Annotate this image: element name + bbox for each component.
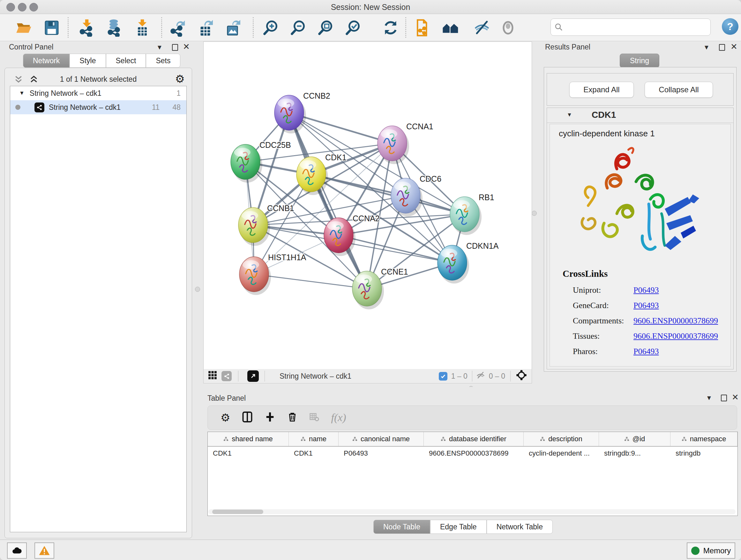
import-network-database-icon[interactable] <box>105 19 123 37</box>
zoom-out-icon[interactable] <box>289 19 307 37</box>
control-panel-float-icon[interactable]: ▼ <box>155 43 164 52</box>
crosslink-value-link[interactable]: 9606.ENSP00000378699 <box>633 331 718 341</box>
protein-structure-image <box>569 140 703 268</box>
control-panel-maximize-icon[interactable] <box>171 43 179 52</box>
search-input[interactable] <box>567 23 711 32</box>
network-node-CDK1[interactable]: CDK1 <box>296 153 347 192</box>
network-edge[interactable] <box>339 235 452 263</box>
tab-sets[interactable]: Sets <box>146 54 180 68</box>
statusbar-separator <box>472 371 472 381</box>
network-node-HIST1H1A[interactable]: HIST1H1A <box>239 253 307 292</box>
tab-network-table[interactable]: Network Table <box>487 520 553 534</box>
node-label: CCNA1 <box>406 122 433 131</box>
delete-column-trash-icon[interactable] <box>287 412 298 424</box>
column-header-database-identifier[interactable]: database identifier <box>424 432 524 446</box>
table-options-gear-icon[interactable]: ⚙ <box>220 411 230 424</box>
tab-edge-table[interactable]: Edge Table <box>430 520 487 534</box>
zoom-fit-icon[interactable] <box>317 19 334 37</box>
network-options-gear-icon[interactable]: ⚙ <box>175 72 185 85</box>
save-session-icon[interactable] <box>43 19 61 37</box>
selected-node-edge-counts: 1 – 0 <box>451 372 468 381</box>
grid-view-icon[interactable] <box>208 371 217 381</box>
crosslink-row: Compartments:9606.ENSP00000378699 <box>573 313 726 328</box>
function-builder-icon[interactable]: f(x) <box>331 412 346 424</box>
show-columns-icon[interactable] <box>242 411 253 424</box>
protein-description: cyclin-dependent kinase 1 <box>559 129 655 138</box>
tab-style[interactable]: Style <box>70 54 106 68</box>
table-panel-close-icon[interactable]: ✕ <box>731 393 740 401</box>
table-body: CDK1CDK1P064939606.ENSP00000378699cyclin… <box>208 447 738 460</box>
navigator-crosshair-icon[interactable] <box>516 369 527 383</box>
export-table-icon[interactable] <box>197 19 215 37</box>
column-header-canonical-name[interactable]: canonical name <box>339 432 424 446</box>
zoom-in-icon[interactable] <box>262 19 280 37</box>
node-label: CCNB2 <box>303 91 330 100</box>
open-session-icon[interactable] <box>15 19 32 37</box>
table-panel-float-icon[interactable]: ▼ <box>704 393 714 402</box>
column-header-shared-name[interactable]: shared name <box>208 432 289 446</box>
network-node-RB1[interactable]: RB1 <box>450 193 494 232</box>
help-icon[interactable]: ? <box>722 18 738 35</box>
network-share-view-icon[interactable] <box>221 371 232 381</box>
table-row[interactable]: CDK1CDK1P064939606.ENSP00000378699cyclin… <box>208 447 738 460</box>
control-panel-tabs: NetworkStyleSelectSets <box>23 54 180 68</box>
collection-expand-icon[interactable]: ▼ <box>19 90 24 97</box>
tab-node-table[interactable]: Node Table <box>374 520 430 534</box>
zoom-selected-icon[interactable] <box>344 19 362 37</box>
crosslink-value-link[interactable]: P06493 <box>633 347 659 356</box>
export-network-icon[interactable] <box>170 19 188 37</box>
column-header-namespace[interactable]: namespace <box>670 432 738 446</box>
hidden-eye-slash-icon[interactable] <box>475 370 486 382</box>
crosslink-value-link[interactable]: 9606.ENSP00000378699 <box>633 316 718 326</box>
network-node-CDC6[interactable]: CDC6 <box>391 174 441 213</box>
node-label: CDC25B <box>259 140 291 149</box>
add-column-icon[interactable] <box>265 412 275 424</box>
memory-button[interactable]: Memory <box>687 543 735 559</box>
results-panel-close-icon[interactable]: ✕ <box>730 42 738 51</box>
cloud-status-button[interactable] <box>7 543 27 559</box>
results-panel-maximize-icon[interactable] <box>718 43 726 52</box>
node-table: shared namenamecanonical namedatabase id… <box>207 432 738 516</box>
delete-table-icon[interactable] <box>309 412 320 423</box>
network-edge[interactable] <box>254 274 367 289</box>
tab-network[interactable]: Network <box>23 54 70 68</box>
network-edge[interactable] <box>311 174 465 214</box>
node-label: CDC6 <box>420 174 441 183</box>
import-table-file-icon[interactable] <box>133 19 151 37</box>
crosslink-value-link[interactable]: P06493 <box>633 286 659 295</box>
tab-string[interactable]: String <box>620 54 659 68</box>
table-cell: P06493 <box>339 447 424 460</box>
scrollbar-thumb[interactable] <box>212 509 263 514</box>
selected-checkbox-icon[interactable] <box>439 372 448 381</box>
home-networks-icon[interactable] <box>442 19 460 37</box>
detach-view-icon[interactable] <box>247 370 259 382</box>
apply-layout-icon[interactable] <box>382 19 400 37</box>
protein-section-header[interactable]: ▼ CDK1 <box>547 108 733 123</box>
column-header-@id[interactable]: @id <box>599 432 670 446</box>
crosslink-value-link[interactable]: P06493 <box>633 301 659 310</box>
hide-panel-eye-slash-icon[interactable] <box>473 19 491 37</box>
window-titlebar: Session: New Session <box>0 0 741 14</box>
table-horizontal-scrollbar[interactable] <box>208 509 736 514</box>
network-edge[interactable] <box>289 113 367 289</box>
results-panel-float-icon[interactable]: ▼ <box>702 43 711 52</box>
column-header-name[interactable]: name <box>289 432 339 446</box>
table-panel-maximize-icon[interactable] <box>719 393 728 402</box>
show-panel-eye-icon[interactable] <box>499 19 517 37</box>
collapse-all-button[interactable]: Collapse All <box>645 82 713 98</box>
tab-select[interactable]: Select <box>106 54 146 68</box>
expand-all-button[interactable]: Expand All <box>569 82 634 98</box>
network-collection-row[interactable]: ▼ String Network – cdk1 1 <box>10 86 186 100</box>
warnings-button[interactable] <box>35 543 54 559</box>
section-collapse-icon[interactable]: ▼ <box>567 112 572 118</box>
clone-network-icon[interactable] <box>414 19 431 37</box>
import-network-file-icon[interactable] <box>78 19 96 37</box>
column-header-description[interactable]: description <box>524 432 599 446</box>
left-splitter-handle[interactable] <box>195 287 200 292</box>
control-panel-close-icon[interactable]: ✕ <box>182 42 191 51</box>
network-row[interactable]: String Network – cdk1 11 48 <box>10 100 186 114</box>
cloud-icon <box>11 545 22 556</box>
export-image-icon[interactable] <box>225 19 243 37</box>
network-view-canvas[interactable]: CCNB2CCNA1CDC25BCDK1CDC6RB1CCNB1CCNA2CDK… <box>203 42 532 369</box>
right-splitter-handle[interactable] <box>532 211 537 216</box>
